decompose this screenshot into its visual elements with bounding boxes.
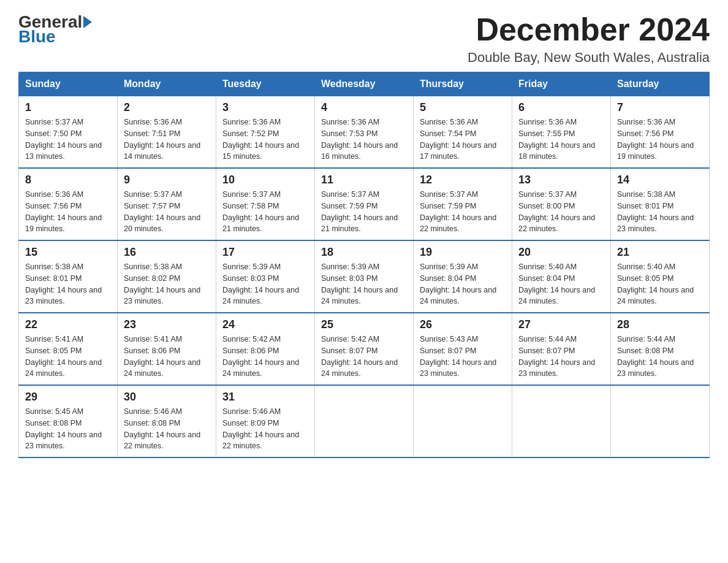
location-title: Double Bay, New South Wales, Australia [468,50,710,66]
day-info: Sunrise: 5:37 AM Sunset: 7:59 PM Dayligh… [321,189,407,235]
calendar-cell-w4-d6: 27 Sunrise: 5:44 AM Sunset: 8:07 PM Dayl… [512,313,611,385]
day-info: Sunrise: 5:40 AM Sunset: 8:04 PM Dayligh… [518,261,604,307]
day-info: Sunrise: 5:43 AM Sunset: 8:07 PM Dayligh… [420,334,506,380]
header-monday: Monday [118,72,216,96]
calendar-cell-w4-d2: 23 Sunrise: 5:41 AM Sunset: 8:06 PM Dayl… [118,313,216,385]
day-number: 12 [420,174,506,186]
header-tuesday: Tuesday [216,72,315,96]
day-info: Sunrise: 5:37 AM Sunset: 7:58 PM Dayligh… [222,189,308,235]
header-sunday: Sunday [19,72,118,96]
calendar-cell-w1-d7: 7 Sunrise: 5:36 AM Sunset: 7:56 PM Dayli… [611,96,710,169]
calendar-cell-w3-d4: 18 Sunrise: 5:39 AM Sunset: 8:03 PM Dayl… [315,240,414,313]
header-friday: Friday [512,72,611,96]
day-info: Sunrise: 5:42 AM Sunset: 8:07 PM Dayligh… [321,334,407,380]
day-info: Sunrise: 5:41 AM Sunset: 8:05 PM Dayligh… [25,334,111,380]
calendar-cell-w1-d3: 3 Sunrise: 5:36 AM Sunset: 7:52 PM Dayli… [216,96,315,169]
day-info: Sunrise: 5:38 AM Sunset: 8:01 PM Dayligh… [617,189,703,235]
day-info: Sunrise: 5:46 AM Sunset: 8:08 PM Dayligh… [124,406,210,452]
day-number: 26 [420,318,506,331]
calendar-cell-w4-d1: 22 Sunrise: 5:41 AM Sunset: 8:05 PM Dayl… [19,313,118,385]
day-number: 10 [222,174,308,186]
calendar-cell-w4-d3: 24 Sunrise: 5:42 AM Sunset: 8:06 PM Dayl… [216,313,315,385]
day-number: 17 [222,246,308,259]
day-info: Sunrise: 5:46 AM Sunset: 8:09 PM Dayligh… [222,406,308,452]
logo: General Blue [18,12,93,47]
day-info: Sunrise: 5:37 AM Sunset: 7:50 PM Dayligh… [25,117,111,163]
day-number: 18 [321,246,407,259]
calendar-cell-w1-d5: 5 Sunrise: 5:36 AM Sunset: 7:54 PM Dayli… [414,96,512,169]
calendar-cell-w1-d1: 1 Sunrise: 5:37 AM Sunset: 7:50 PM Dayli… [19,96,118,169]
day-info: Sunrise: 5:38 AM Sunset: 8:02 PM Dayligh… [124,261,210,307]
calendar-cell-w3-d7: 21 Sunrise: 5:40 AM Sunset: 8:05 PM Dayl… [611,240,710,313]
day-info: Sunrise: 5:39 AM Sunset: 8:03 PM Dayligh… [321,261,407,307]
day-number: 2 [124,101,210,114]
day-info: Sunrise: 5:36 AM Sunset: 7:52 PM Dayligh… [222,117,308,163]
day-number: 9 [124,174,210,186]
day-number: 5 [420,101,506,114]
day-info: Sunrise: 5:37 AM Sunset: 7:57 PM Dayligh… [124,189,210,235]
day-number: 27 [518,318,604,331]
calendar-cell-w2-d2: 9 Sunrise: 5:37 AM Sunset: 7:57 PM Dayli… [118,168,216,240]
day-info: Sunrise: 5:36 AM Sunset: 7:56 PM Dayligh… [617,117,703,163]
day-number: 28 [617,318,703,331]
calendar-cell-w2-d1: 8 Sunrise: 5:36 AM Sunset: 7:56 PM Dayli… [19,168,118,240]
day-number: 7 [617,101,703,114]
day-info: Sunrise: 5:36 AM Sunset: 7:51 PM Dayligh… [124,117,210,163]
day-number: 21 [617,246,703,259]
calendar-week-5: 29 Sunrise: 5:45 AM Sunset: 8:08 PM Dayl… [19,385,710,458]
day-number: 22 [25,318,111,331]
day-info: Sunrise: 5:40 AM Sunset: 8:05 PM Dayligh… [617,261,703,307]
day-info: Sunrise: 5:36 AM Sunset: 7:55 PM Dayligh… [518,117,604,163]
calendar-cell-w2-d5: 12 Sunrise: 5:37 AM Sunset: 7:59 PM Dayl… [414,168,512,240]
day-info: Sunrise: 5:36 AM Sunset: 7:53 PM Dayligh… [321,117,407,163]
calendar-cell-w3-d6: 20 Sunrise: 5:40 AM Sunset: 8:04 PM Dayl… [512,240,611,313]
calendar-cell-w3-d3: 17 Sunrise: 5:39 AM Sunset: 8:03 PM Dayl… [216,240,315,313]
calendar-cell-w4-d4: 25 Sunrise: 5:42 AM Sunset: 8:07 PM Dayl… [315,313,414,385]
day-info: Sunrise: 5:37 AM Sunset: 8:00 PM Dayligh… [518,189,604,235]
page-header: General Blue December 2024 Double Bay, N… [18,12,710,66]
day-info: Sunrise: 5:41 AM Sunset: 8:06 PM Dayligh… [124,334,210,380]
calendar-cell-w3-d2: 16 Sunrise: 5:38 AM Sunset: 8:02 PM Dayl… [118,240,216,313]
header-saturday: Saturday [611,72,710,96]
day-info: Sunrise: 5:37 AM Sunset: 7:59 PM Dayligh… [420,189,506,235]
day-info: Sunrise: 5:36 AM Sunset: 7:54 PM Dayligh… [420,117,506,163]
day-number: 16 [124,246,210,259]
day-number: 23 [124,318,210,331]
logo-blue-text: Blue [18,27,56,46]
calendar-cell-w3-d1: 15 Sunrise: 5:38 AM Sunset: 8:01 PM Dayl… [19,240,118,313]
day-info: Sunrise: 5:38 AM Sunset: 8:01 PM Dayligh… [25,261,111,307]
day-number: 20 [518,246,604,259]
header-wednesday: Wednesday [315,72,414,96]
calendar-cell-w5-d5 [414,385,512,458]
day-number: 14 [617,174,703,186]
calendar-week-3: 15 Sunrise: 5:38 AM Sunset: 8:01 PM Dayl… [19,240,710,313]
day-number: 8 [25,174,111,186]
day-number: 15 [25,246,111,259]
calendar-cell-w2-d6: 13 Sunrise: 5:37 AM Sunset: 8:00 PM Dayl… [512,168,611,240]
calendar-week-1: 1 Sunrise: 5:37 AM Sunset: 7:50 PM Dayli… [19,96,710,169]
day-number: 25 [321,318,407,331]
calendar-table: Sunday Monday Tuesday Wednesday Thursday… [18,72,710,458]
calendar-cell-w2-d4: 11 Sunrise: 5:37 AM Sunset: 7:59 PM Dayl… [315,168,414,240]
day-number: 30 [124,391,210,404]
calendar-cell-w1-d2: 2 Sunrise: 5:36 AM Sunset: 7:51 PM Dayli… [118,96,216,169]
calendar-cell-w1-d6: 6 Sunrise: 5:36 AM Sunset: 7:55 PM Dayli… [512,96,611,169]
day-info: Sunrise: 5:44 AM Sunset: 8:08 PM Dayligh… [617,334,703,380]
calendar-cell-w5-d3: 31 Sunrise: 5:46 AM Sunset: 8:09 PM Dayl… [216,385,315,458]
calendar-week-4: 22 Sunrise: 5:41 AM Sunset: 8:05 PM Dayl… [19,313,710,385]
calendar-cell-w5-d2: 30 Sunrise: 5:46 AM Sunset: 8:08 PM Dayl… [118,385,216,458]
calendar-cell-w3-d5: 19 Sunrise: 5:39 AM Sunset: 8:04 PM Dayl… [414,240,512,313]
calendar-cell-w5-d1: 29 Sunrise: 5:45 AM Sunset: 8:08 PM Dayl… [19,385,118,458]
day-info: Sunrise: 5:39 AM Sunset: 8:04 PM Dayligh… [420,261,506,307]
day-number: 31 [222,391,308,404]
calendar-cell-w2-d3: 10 Sunrise: 5:37 AM Sunset: 7:58 PM Dayl… [216,168,315,240]
calendar-cell-w5-d6 [512,385,611,458]
day-info: Sunrise: 5:36 AM Sunset: 7:56 PM Dayligh… [25,189,111,235]
day-info: Sunrise: 5:39 AM Sunset: 8:03 PM Dayligh… [222,261,308,307]
calendar-cell-w5-d7 [611,385,710,458]
days-header-row: Sunday Monday Tuesday Wednesday Thursday… [19,72,710,96]
calendar-week-2: 8 Sunrise: 5:36 AM Sunset: 7:56 PM Dayli… [19,168,710,240]
calendar-cell-w2-d7: 14 Sunrise: 5:38 AM Sunset: 8:01 PM Dayl… [611,168,710,240]
logo-triangle-icon [83,16,92,28]
header-thursday: Thursday [414,72,512,96]
